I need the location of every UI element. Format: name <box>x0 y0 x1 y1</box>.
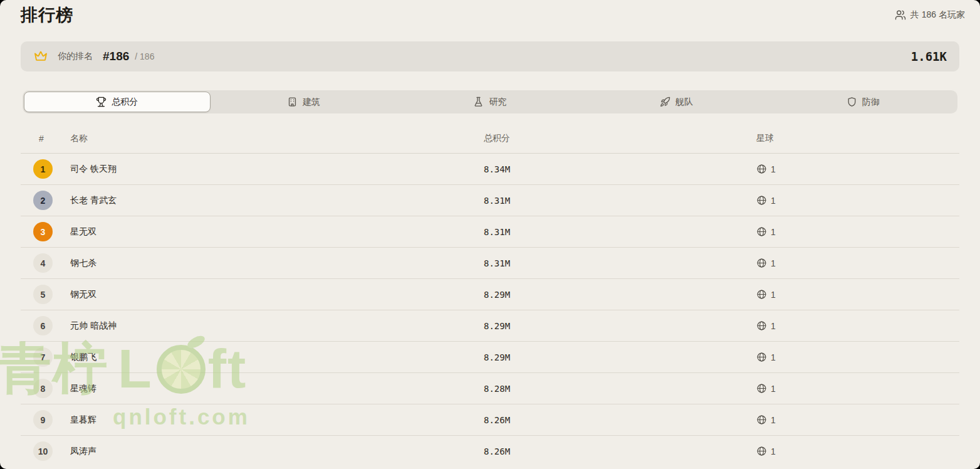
rank-cell: 5 <box>21 285 70 304</box>
tab-defense[interactable]: 防御 <box>769 92 956 112</box>
player-name: 皇暮辉 <box>70 414 484 426</box>
player-score: 8.31M <box>484 258 756 268</box>
leaderboard-table: # 名称 总积分 星球 1司令 铁天翔8.34M12长老 青武玄8.31M13星… <box>21 124 959 466</box>
tab-fleet[interactable]: 舰队 <box>583 92 770 112</box>
table-row: 1司令 铁天翔8.34M1 <box>21 154 959 185</box>
leaderboard-page: 排行榜 共 186 名玩家 你的排名 #186 / 186 1.61K <box>0 0 980 469</box>
planet-count: 1 <box>771 258 776 268</box>
player-name: 银鹏飞 <box>70 352 484 363</box>
rank-badge: 7 <box>33 347 53 367</box>
globe-icon <box>756 195 767 206</box>
planet-cell: 1 <box>756 258 959 268</box>
table-row: 9皇暮辉8.26M1 <box>21 404 959 436</box>
page-title: 排行榜 <box>21 4 73 26</box>
globe-icon <box>756 289 767 300</box>
rank-badge: 8 <box>33 379 53 398</box>
player-score: 8.31M <box>484 227 756 237</box>
your-rank-label: 你的排名 <box>58 51 93 62</box>
your-rank-banner: 你的排名 #186 / 186 1.61K <box>21 41 959 71</box>
table-row: 2长老 青武玄8.31M1 <box>21 185 959 216</box>
player-score: 8.26M <box>484 415 756 425</box>
tab-label: 研究 <box>489 97 506 108</box>
leaderboard-body: 1司令 铁天翔8.34M12长老 青武玄8.31M13星无双8.31M14钢七杀… <box>21 154 959 466</box>
crown-icon <box>33 49 48 64</box>
player-score: 8.34M <box>484 164 756 174</box>
tab-label: 防御 <box>862 97 880 108</box>
trophy-icon <box>96 97 107 107</box>
rank-cell: 1 <box>21 159 70 179</box>
globe-icon <box>756 164 767 174</box>
player-score: 8.29M <box>484 352 756 362</box>
rank-cell: 10 <box>21 441 70 461</box>
tab-buildings[interactable]: 建筑 <box>211 92 397 112</box>
your-rank-value: #186 <box>103 50 129 63</box>
your-rank-total: / 186 <box>135 51 154 61</box>
building-icon <box>287 97 298 107</box>
table-row: 5钢无双8.29M1 <box>21 279 959 310</box>
players-total: 共 186 名玩家 <box>895 9 965 21</box>
rank-badge: 2 <box>33 191 53 210</box>
player-score: 8.28M <box>484 384 756 394</box>
planet-count: 1 <box>771 415 776 425</box>
table-row: 4钢七杀8.31M1 <box>21 248 959 279</box>
rank-badge: 4 <box>33 253 53 273</box>
planet-cell: 1 <box>756 289 959 300</box>
player-name: 司令 铁天翔 <box>70 164 484 175</box>
tab-label: 舰队 <box>675 97 693 108</box>
planet-cell: 1 <box>756 320 959 331</box>
rank-cell: 4 <box>21 253 70 273</box>
table-header: # 名称 总积分 星球 <box>21 124 959 154</box>
shield-icon <box>847 97 857 107</box>
player-score: 8.31M <box>484 196 756 206</box>
table-row: 3星无双8.31M1 <box>21 216 959 248</box>
rank-badge: 6 <box>33 316 53 335</box>
player-name: 钢无双 <box>70 289 484 300</box>
globe-icon <box>756 383 767 394</box>
flask-icon <box>473 97 484 107</box>
tab-total-score[interactable]: 总积分 <box>24 92 211 112</box>
table-row: 6元帅 暗战神8.29M1 <box>21 310 959 342</box>
planet-cell: 1 <box>756 352 959 362</box>
player-name: 星无双 <box>70 226 484 238</box>
leaderboard-tabs: 总积分 建筑 研究 <box>23 90 957 113</box>
planet-cell: 1 <box>756 195 959 206</box>
player-name: 钢七杀 <box>70 258 484 269</box>
planet-count: 1 <box>771 164 776 174</box>
player-name: 凤涛声 <box>70 446 484 457</box>
planet-count: 1 <box>771 290 776 300</box>
rank-cell: 2 <box>21 191 70 210</box>
column-score: 总积分 <box>484 133 756 144</box>
your-score-value: 1.61K <box>911 50 947 63</box>
column-rank: # <box>21 134 70 144</box>
player-name: 长老 青武玄 <box>70 195 484 206</box>
globe-icon <box>756 446 767 456</box>
globe-icon <box>756 414 767 425</box>
planet-cell: 1 <box>756 383 959 394</box>
player-score: 8.29M <box>484 321 756 331</box>
rank-cell: 3 <box>21 222 70 241</box>
planet-count: 1 <box>771 352 776 362</box>
player-score: 8.26M <box>484 446 756 456</box>
globe-icon <box>756 226 767 237</box>
planet-count: 1 <box>771 321 776 331</box>
column-planets: 星球 <box>756 133 959 144</box>
planet-cell: 1 <box>756 226 959 237</box>
table-row: 7银鹏飞8.29M1 <box>21 342 959 373</box>
planet-count: 1 <box>771 384 776 394</box>
planet-count: 1 <box>771 227 776 237</box>
tab-research[interactable]: 研究 <box>397 92 583 112</box>
users-icon <box>895 9 906 21</box>
tab-label: 总积分 <box>112 97 138 108</box>
table-row: 10凤涛声8.26M1 <box>21 436 959 466</box>
rank-badge: 5 <box>33 285 53 304</box>
rank-badge: 10 <box>33 441 53 461</box>
planet-cell: 1 <box>756 414 959 425</box>
rocket-icon <box>660 97 670 107</box>
tab-label: 建筑 <box>303 97 320 108</box>
rank-cell: 6 <box>21 316 70 335</box>
planet-count: 1 <box>771 446 776 456</box>
rank-badge: 9 <box>33 410 53 429</box>
player-score: 8.29M <box>484 290 756 300</box>
player-name: 元帅 暗战神 <box>70 320 484 332</box>
planet-cell: 1 <box>756 446 959 456</box>
